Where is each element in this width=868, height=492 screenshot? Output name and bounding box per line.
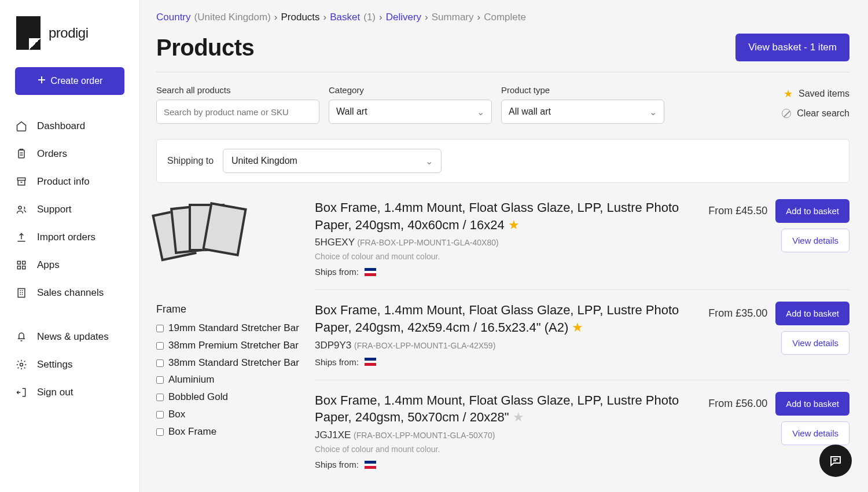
- sidebar-item-label: Orders: [37, 148, 67, 160]
- users-icon: [15, 203, 28, 216]
- facet-option[interactable]: Box: [156, 407, 301, 421]
- svg-point-2: [19, 206, 21, 209]
- view-details-button[interactable]: View details: [781, 421, 849, 445]
- breadcrumb-country[interactable]: Country: [156, 12, 191, 23]
- sidebar-item-label: Support: [37, 204, 72, 215]
- breadcrumb-sep: ›: [323, 12, 327, 23]
- product-name: Box Frame, 1.4mm Mount, Float Glass Glaz…: [315, 393, 679, 425]
- create-order-button[interactable]: Create order: [15, 67, 124, 95]
- shipping-box: Shipping to United Kingdom ⌄: [156, 139, 849, 183]
- facet-checkbox[interactable]: [156, 428, 164, 436]
- svg-rect-4: [23, 261, 25, 264]
- facet-checkbox[interactable]: [156, 411, 164, 418]
- grid-icon: [15, 259, 28, 271]
- product-row: Box Frame, 1.4mm Mount, Float Glass Glaz…: [315, 199, 849, 290]
- view-details-button[interactable]: View details: [781, 331, 849, 355]
- facet-option[interactable]: Aluminium: [156, 373, 301, 387]
- breadcrumb-sep: ›: [477, 12, 481, 23]
- sidebar-item-support[interactable]: Support: [0, 196, 139, 223]
- clear-search-button[interactable]: Clear search: [782, 108, 849, 119]
- breadcrumb-products: Products: [281, 12, 319, 23]
- product-name: Box Frame, 1.4mm Mount, Float Glass Glaz…: [315, 303, 679, 335]
- product-name: Box Frame, 1.4mm Mount, Float Glass Glaz…: [315, 200, 679, 232]
- category-select[interactable]: Wall art ⌄: [329, 100, 492, 124]
- results-list: Box Frame, 1.4mm Mount, Float Glass Glaz…: [315, 199, 849, 492]
- product-price: From £45.50: [708, 205, 767, 217]
- sidebar-item-dashboard[interactable]: Dashboard: [0, 112, 139, 140]
- chat-button[interactable]: [819, 445, 852, 477]
- add-to-basket-button[interactable]: Add to basket: [775, 199, 849, 223]
- plus-icon: [37, 75, 46, 87]
- breadcrumb-summary: Summary: [432, 12, 474, 23]
- sidebar-item-import-orders[interactable]: Import orders: [0, 223, 139, 251]
- logo-mark: [16, 16, 41, 50]
- divider: [156, 72, 849, 72]
- sidebar-item-label: Product info: [37, 176, 90, 188]
- facet-option[interactable]: 19mm Standard Stretcher Bar: [156, 321, 301, 335]
- product-choice: Choice of colour and mount colour.: [315, 445, 693, 454]
- product-row: Box Frame, 1.4mm Mount, Float Glass Glaz…: [315, 302, 849, 380]
- facet-checkbox[interactable]: [156, 376, 164, 384]
- sidebar-item-label: Dashboard: [37, 120, 85, 132]
- facet-label: 19mm Standard Stretcher Bar: [168, 321, 299, 335]
- view-details-button[interactable]: View details: [781, 229, 849, 252]
- sidebar-item-apps[interactable]: Apps: [0, 251, 139, 279]
- facet-frame-title: Frame: [156, 303, 301, 315]
- type-select[interactable]: All wall art ⌄: [501, 100, 664, 124]
- facet-checkbox[interactable]: [156, 342, 164, 350]
- shipping-select[interactable]: United Kingdom ⌄: [223, 149, 442, 173]
- facet-option[interactable]: 38mm Standard Stretcher Bar: [156, 356, 301, 370]
- sidebar-item-product-info[interactable]: Product info: [0, 168, 139, 196]
- type-value: All wall art: [509, 107, 551, 117]
- svg-rect-6: [23, 266, 25, 269]
- home-icon: [15, 120, 28, 133]
- add-to-basket-button[interactable]: Add to basket: [775, 392, 849, 416]
- facet-checkbox[interactable]: [156, 359, 164, 367]
- facet-option[interactable]: 38mm Premium Stretcher Bar: [156, 339, 301, 353]
- ships-from-label: Ships from:: [315, 357, 359, 367]
- svg-rect-7: [18, 289, 25, 298]
- facet-label: 38mm Premium Stretcher Bar: [168, 339, 299, 353]
- ships-from-label: Ships from:: [315, 267, 359, 277]
- building-icon: [15, 287, 28, 299]
- sidebar-item-sales-channels[interactable]: Sales channels: [0, 279, 139, 307]
- breadcrumb-basket[interactable]: Basket: [330, 12, 360, 23]
- product-sku-code: (FRA-BOX-LPP-MOUNT1-GLA-50X70): [354, 431, 495, 440]
- sidebar-item-label: Settings: [37, 359, 72, 370]
- sidebar-item-news[interactable]: News & updates: [0, 323, 139, 351]
- facet-option[interactable]: Box Frame: [156, 425, 301, 439]
- sidebar-item-label: Apps: [37, 259, 60, 271]
- breadcrumb: Country (United Kingdom) › Products › Ba…: [156, 12, 849, 23]
- sidebar-item-orders[interactable]: Orders: [0, 140, 139, 168]
- facet-label: Bobbled Gold: [168, 390, 228, 404]
- product-category-thumbnail: [156, 199, 260, 280]
- nav: Dashboard Orders Product info Support Im…: [0, 112, 139, 480]
- logo[interactable]: prodigi: [0, 16, 139, 67]
- breadcrumb-delivery[interactable]: Delivery: [386, 12, 421, 23]
- product-sku: 3DP9Y3: [315, 340, 354, 351]
- product-price: From £56.00: [708, 398, 767, 410]
- uk-flag-icon: [365, 461, 376, 469]
- search-input[interactable]: [156, 100, 319, 124]
- star-icon[interactable]: ★: [505, 218, 520, 232]
- facet-checkbox[interactable]: [156, 394, 164, 401]
- category-value: Wall art: [336, 107, 367, 117]
- facet-checkbox[interactable]: [156, 325, 164, 332]
- saved-items-button[interactable]: ★ Saved items: [784, 87, 849, 100]
- add-to-basket-button[interactable]: Add to basket: [775, 302, 849, 325]
- clipboard-icon: [15, 148, 28, 160]
- facet-option[interactable]: Bobbled Gold: [156, 390, 301, 404]
- product-choice: Choice of colour and mount colour.: [315, 252, 693, 261]
- view-basket-button[interactable]: View basket - 1 item: [735, 34, 849, 61]
- sidebar-item-settings[interactable]: Settings: [0, 351, 139, 379]
- shipping-label: Shipping to: [167, 156, 214, 166]
- gear-icon: [15, 358, 28, 371]
- star-icon[interactable]: ★: [568, 320, 583, 335]
- star-icon[interactable]: ★: [509, 410, 524, 424]
- product-sku-code: (FRA-BOX-LPP-MOUNT1-GLA-40X80): [357, 238, 498, 247]
- uk-flag-icon: [365, 358, 376, 366]
- logout-icon: [15, 386, 28, 399]
- svg-rect-3: [17, 261, 20, 264]
- sidebar-item-sign-out[interactable]: Sign out: [0, 379, 139, 406]
- product-sku: JGJ1XE: [315, 429, 354, 440]
